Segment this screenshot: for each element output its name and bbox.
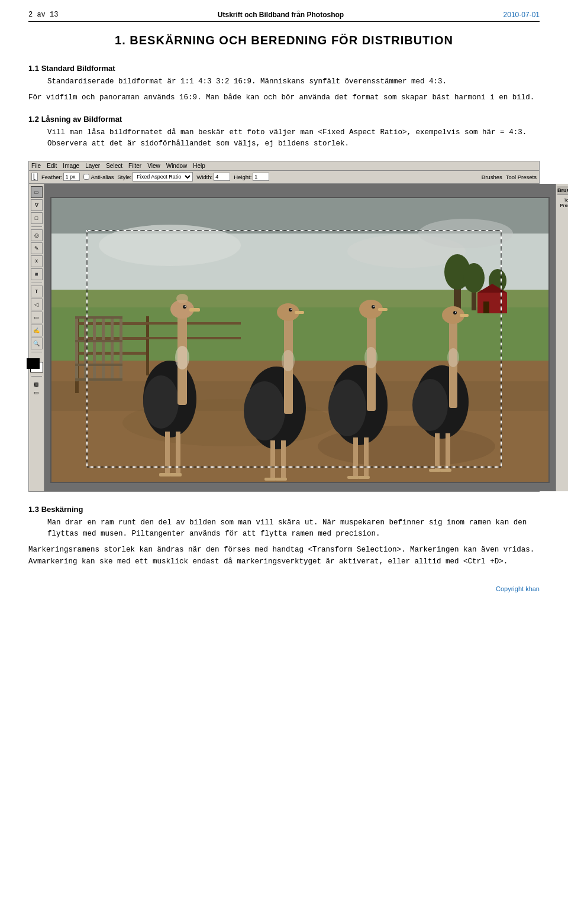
- ps-brushes-label: Brushes: [482, 174, 502, 180]
- svg-point-31: [463, 263, 485, 293]
- section-1-1-heading: 1.1 Standard Bildformat: [28, 64, 540, 73]
- ps-menu-select[interactable]: Select: [106, 163, 122, 169]
- ps-height-label: Height:: [234, 174, 251, 180]
- svg-point-44: [176, 294, 188, 303]
- svg-point-61: [328, 380, 366, 436]
- svg-rect-45: [165, 432, 170, 476]
- ps-tool-divider-3: [31, 352, 42, 352]
- ps-tool-stamp[interactable]: ⚹: [31, 255, 43, 267]
- section-1-2-heading: 1.2 Låsning av Bildformat: [28, 115, 540, 124]
- ps-options-bar: ⎣ Feather: Anti-alias Style: Fixed Aspec…: [29, 171, 539, 184]
- svg-rect-47: [159, 473, 171, 476]
- svg-point-50: [244, 381, 285, 440]
- page-info: 2 av 13: [28, 11, 58, 19]
- ps-tool-path[interactable]: ◁: [31, 299, 43, 310]
- svg-rect-34: [477, 293, 507, 313]
- ps-antialias-checkbox[interactable]: [83, 174, 89, 180]
- ps-menu-help[interactable]: Help: [193, 163, 205, 169]
- section-1-1-body-0: Standardiserade bildformat är 1:1 4:3 3:…: [28, 76, 540, 87]
- svg-point-77: [455, 312, 456, 313]
- svg-point-65: [372, 305, 375, 309]
- ps-color-swatch[interactable]: [27, 358, 47, 374]
- ps-tool-brush[interactable]: ✎: [31, 242, 43, 254]
- ps-menu-layer[interactable]: Layer: [85, 163, 100, 169]
- svg-point-54: [289, 308, 292, 312]
- ps-main-area: ▭ ∇ □ ◎ ✎ ⚹ ◾ T ◁ ▭ ✍ 🔍 ▩: [29, 184, 539, 491]
- svg-point-38: [143, 375, 179, 429]
- ps-tool-presets-header: Tool Presets: [557, 197, 568, 208]
- ps-image-container: [50, 197, 550, 483]
- ps-tool-marquee[interactable]: ▭: [31, 186, 43, 198]
- svg-rect-78: [435, 433, 440, 472]
- svg-rect-46: [176, 432, 180, 476]
- svg-rect-69: [347, 476, 359, 479]
- ps-tool-shape[interactable]: ▭: [31, 312, 43, 323]
- ps-feather-label: Feather:: [41, 174, 62, 180]
- ps-tool-icon-area: ⎣: [31, 173, 38, 181]
- section-1-3-body-0: Man drar en ram runt den del av bilden s…: [28, 517, 540, 540]
- ps-width-group: Width:: [196, 173, 230, 181]
- svg-rect-79: [446, 433, 450, 472]
- copyright-text: Copyright khan: [496, 585, 540, 592]
- ps-quickmask[interactable]: ▩: [30, 381, 43, 387]
- section-1-3-label: 1.3 Beskärning: [28, 505, 83, 514]
- ps-tool-hand[interactable]: ✍: [31, 325, 43, 336]
- svg-rect-24: [75, 316, 122, 319]
- ps-screenmode[interactable]: ▭: [30, 390, 43, 395]
- ps-menu-window[interactable]: Window: [166, 163, 188, 169]
- ps-tool-text[interactable]: T: [31, 286, 43, 297]
- ps-menu-edit[interactable]: Edit: [47, 163, 57, 169]
- ps-tool-divider-4: [31, 376, 42, 377]
- svg-point-76: [453, 311, 457, 315]
- ps-feather-input[interactable]: [63, 173, 80, 181]
- svg-rect-26: [75, 364, 122, 366]
- svg-rect-18: [75, 316, 78, 381]
- ps-brushes-panel-header: Brushes: [557, 186, 568, 195]
- svg-rect-25: [75, 340, 122, 342]
- section-1-3-body-1: Markeringsramens storlek kan ändras när …: [28, 544, 540, 568]
- svg-rect-56: [270, 440, 275, 481]
- ps-antialias-label: Anti-alias: [91, 174, 114, 180]
- ps-fg-color: [27, 358, 40, 369]
- document-title: Utskrift och Bildband från Photoshop: [218, 11, 344, 19]
- ps-width-input[interactable]: [214, 173, 230, 181]
- ps-canvas-image: [51, 198, 548, 482]
- ps-menubar: File Edit Image Layer Select Filter View…: [29, 161, 539, 171]
- svg-rect-23: [120, 316, 122, 381]
- ps-tool-presets-label: Tool Presets: [506, 174, 537, 180]
- ps-menu-filter[interactable]: Filter: [128, 163, 141, 169]
- ps-tool-zoom[interactable]: 🔍: [31, 338, 43, 349]
- section-1-1-label: 1.1 Standard Bildformat: [28, 64, 115, 73]
- svg-rect-27: [75, 378, 122, 381]
- svg-point-72: [412, 379, 448, 431]
- svg-point-83: [282, 350, 295, 371]
- ps-style-select[interactable]: Fixed Aspect Ratio: [133, 172, 193, 181]
- svg-point-82: [175, 346, 189, 369]
- svg-rect-58: [264, 478, 276, 481]
- svg-rect-67: [353, 437, 358, 479]
- svg-rect-81: [440, 469, 451, 472]
- ps-tool-healing[interactable]: ◎: [31, 229, 43, 241]
- ps-menu-file[interactable]: File: [31, 163, 41, 169]
- page: 2 av 13 Utskrift och Bildband från Photo…: [0, 0, 568, 924]
- svg-rect-20: [93, 316, 96, 381]
- ps-height-input[interactable]: [253, 173, 269, 181]
- ps-left-toolbar: ▭ ∇ □ ◎ ✎ ⚹ ◾ T ◁ ▭ ✍ 🔍 ▩: [29, 184, 44, 491]
- ps-tool-gradient[interactable]: ◾: [31, 268, 43, 280]
- ps-tool-crop[interactable]: □: [31, 212, 43, 224]
- svg-rect-59: [275, 478, 287, 481]
- ps-style-label: Style:: [117, 174, 131, 180]
- svg-rect-70: [358, 476, 370, 479]
- ps-menu-view[interactable]: View: [147, 163, 160, 169]
- ps-tool-divider-2: [31, 283, 42, 283]
- ps-menu-image[interactable]: Image: [63, 163, 79, 169]
- svg-rect-22: [111, 316, 114, 381]
- ps-feather-group: Feather:: [41, 173, 80, 181]
- ps-tool-lasso[interactable]: ∇: [31, 199, 43, 211]
- section-1-2-label: 1.2 Låsning av Bildformat: [28, 115, 122, 124]
- ps-width-label: Width:: [196, 174, 212, 180]
- svg-rect-80: [429, 469, 441, 472]
- header-date: 2010-07-01: [504, 11, 540, 19]
- svg-point-4: [418, 219, 513, 248]
- section-1-3: 1.3 Beskärning Man drar en ram runt den …: [28, 505, 540, 568]
